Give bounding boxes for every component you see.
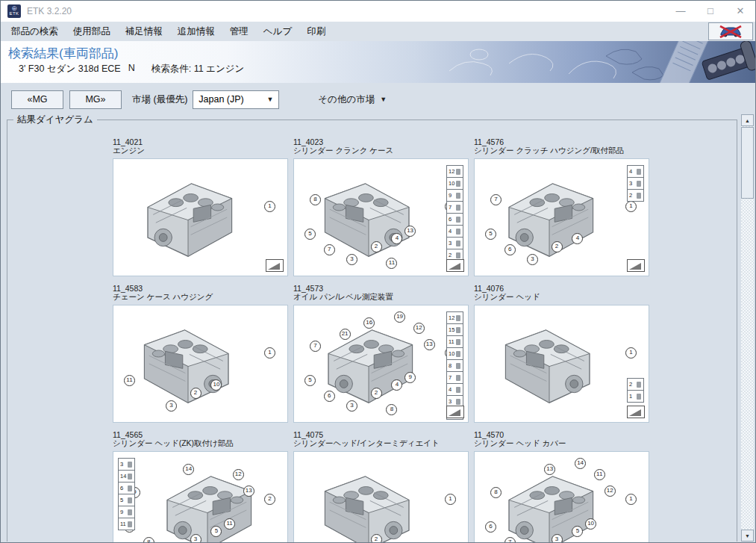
diagram-code: 11_4583: [113, 285, 288, 293]
callout-number: 11: [224, 518, 235, 530]
parts-strip-number: 3: [627, 177, 644, 190]
diagram-thumbnail[interactable]: 12: [293, 451, 469, 543]
diagram-thumbnail[interactable]: 23456891011121314 31465911: [113, 451, 288, 543]
diagram-cell-11-4583[interactable]: 11_4583 チェーン ケース ハウジング 1231011: [113, 285, 288, 423]
parts-strip-number: 3: [446, 237, 463, 249]
callout-number: 3: [346, 254, 357, 265]
diagram-cell-11-4021[interactable]: 11_4021 エンジン 1: [113, 138, 288, 276]
diagram-name: オイル パン/レベル測定装置: [293, 293, 469, 301]
diagram-cell-11-4565[interactable]: 11_4565 シリンダー ヘッド(ZK)取付け部品 2345689101112…: [113, 431, 288, 543]
menu-item-help[interactable]: ヘルプ: [256, 23, 299, 40]
diagram-name: シリンダー クラッチ ハウジング/取付部品: [474, 146, 649, 155]
diagram-cell-11-4576[interactable]: 11_4576 シリンダー クラッチ ハウジング/取付部品 1234567 43…: [474, 138, 649, 276]
diagram-stamp-icon: [627, 406, 645, 418]
callout-number: 1: [445, 494, 456, 505]
minimize-button[interactable]: —: [666, 1, 696, 22]
scrollbar-thumb[interactable]: [741, 127, 754, 199]
market-selected-value: Japan (JP): [199, 94, 243, 105]
diagram-stamp-icon: [627, 259, 645, 272]
diagram-name: チェーン ケース ハウジング: [113, 293, 288, 301]
menubar: 部品の検索 使用部品 補足情報 追加情報 管理 ヘルプ 印刷: [1, 22, 755, 41]
maximize-button[interactable]: □: [696, 1, 725, 22]
callout-number: 2: [371, 534, 382, 543]
callout-number: 19: [394, 311, 405, 323]
diagram-thumbnail[interactable]: 1231011: [113, 305, 288, 423]
diagram-name: シリンダー ヘッド(ZK)取付け部品: [113, 439, 288, 447]
engine-diagram-illustration: [302, 458, 436, 543]
other-markets-dropdown[interactable]: その他の市場 ▼: [318, 93, 387, 106]
parts-strip-number: 6: [118, 482, 135, 494]
callout-number: 1: [264, 201, 275, 212]
parts-strip-number: 1: [627, 390, 644, 403]
diagram-stamp-icon: [446, 259, 464, 272]
diagram-name: エンジン: [113, 146, 288, 155]
etk-label-glyph: ETK: [9, 11, 19, 16]
parts-strip-number: 10: [446, 177, 463, 190]
car-crossed-icon: [719, 25, 743, 38]
callout-number: 3: [527, 254, 538, 265]
callout-number: 3: [190, 534, 202, 543]
menu-item-print[interactable]: 印刷: [299, 23, 333, 40]
callout-number: 2: [371, 388, 382, 399]
etk-application-window: ⊕ ETK ETK 3.2.20 — □ ✕ 部品の検索 使用部品 補足情報 追…: [0, 0, 756, 543]
callout-number: 13: [424, 339, 435, 350]
diagram-thumbnail[interactable]: 1: [113, 158, 288, 276]
results-scrollbar[interactable]: ▲ ▼: [741, 114, 754, 542]
callout-number: 2: [371, 241, 382, 252]
parts-strip-number: 2: [627, 189, 644, 202]
window-title: ETK 3.2.20: [27, 6, 72, 16]
diagram-cell-11-4076[interactable]: 11_4076 シリンダー ヘッド 1 21: [474, 285, 649, 423]
close-button[interactable]: ✕: [725, 1, 755, 22]
callout-number: 21: [340, 329, 351, 340]
parts-strip-number: 11: [118, 518, 135, 530]
previous-main-group-button[interactable]: «MG: [11, 90, 63, 109]
diagram-name: シリンダーヘッド/インターミディエイト: [293, 439, 469, 447]
callout-number: 7: [490, 194, 502, 205]
vehicle-toggle-button[interactable]: [708, 22, 753, 40]
callout-number: 1: [625, 201, 637, 212]
parts-strip-number: 15: [446, 323, 463, 336]
search-criteria: 検索条件: 11 エンジン: [151, 63, 245, 75]
callout-number: 3: [166, 400, 177, 412]
engine-diagram-illustration: [302, 165, 436, 270]
menu-item-parts-search[interactable]: 部品の検索: [4, 23, 66, 40]
diagram-cell-11-4075[interactable]: 11_4075 シリンダーヘッド/インターミディエイト 12: [293, 431, 469, 543]
chevron-down-icon: ▼: [266, 96, 273, 103]
vehicle-descriptor: 3' F30 セダン 318d ECE: [19, 63, 121, 75]
diagram-code: 11_4565: [113, 431, 288, 439]
parts-strip: 21: [627, 379, 644, 403]
diagram-thumbnail[interactable]: 1234567891213161921 1215111087432: [293, 305, 469, 423]
market-select[interactable]: Japan (JP) ▼: [193, 90, 279, 109]
callout-number: 5: [304, 375, 316, 386]
parts-strip-number: 12: [446, 311, 463, 324]
callout-number: 13: [243, 485, 254, 497]
diagram-cell-11-4023[interactable]: 11_4023 シリンダー クランク ケース 12345781113 12109…: [293, 138, 469, 276]
menu-item-used-parts[interactable]: 使用部品: [66, 23, 118, 40]
parts-strip: 1215111087432: [446, 312, 463, 420]
diagram-cell-11-4570[interactable]: 11_4570 シリンダー ヘッド カバー 134567891011121314: [474, 431, 649, 543]
scroll-down-button[interactable]: ▼: [741, 530, 754, 542]
groupbox-legend: 結果ダイヤグラム: [13, 114, 97, 126]
callout-number: 1: [625, 494, 637, 505]
diagram-grid: 11_4021 エンジン 1 11_4023 シリンダー クランク ケース 12…: [113, 138, 649, 543]
parts-strip-number: 9: [446, 189, 463, 202]
menu-item-supplementary-info[interactable]: 補足情報: [118, 23, 170, 40]
next-main-group-button[interactable]: MG»: [69, 90, 122, 109]
menu-item-admin[interactable]: 管理: [222, 23, 256, 40]
callout-number: 3: [552, 534, 563, 543]
etk-crosshair-glyph: ⊕: [11, 6, 17, 11]
callout-number: 9: [404, 372, 416, 383]
diagram-thumbnail[interactable]: 134567891011121314: [474, 451, 649, 543]
parts-strip-number: 11: [446, 335, 463, 348]
diagram-code: 11_4021: [113, 138, 288, 146]
etk-app-icon: ⊕ ETK: [7, 4, 21, 18]
diagram-code: 11_4075: [293, 431, 469, 439]
diagram-thumbnail[interactable]: 12345781113 1210976432: [293, 158, 469, 276]
scroll-up-button[interactable]: ▲: [741, 114, 754, 126]
callout-number: 10: [585, 518, 596, 530]
engine-diagram-illustration: [482, 311, 616, 416]
diagram-thumbnail[interactable]: 1 21: [474, 305, 649, 423]
diagram-cell-11-4573[interactable]: 11_4573 オイル パン/レベル測定装置 12345678912131619…: [293, 285, 469, 423]
menu-item-additional-info[interactable]: 追加情報: [170, 23, 222, 40]
diagram-thumbnail[interactable]: 1234567 432: [474, 158, 649, 276]
